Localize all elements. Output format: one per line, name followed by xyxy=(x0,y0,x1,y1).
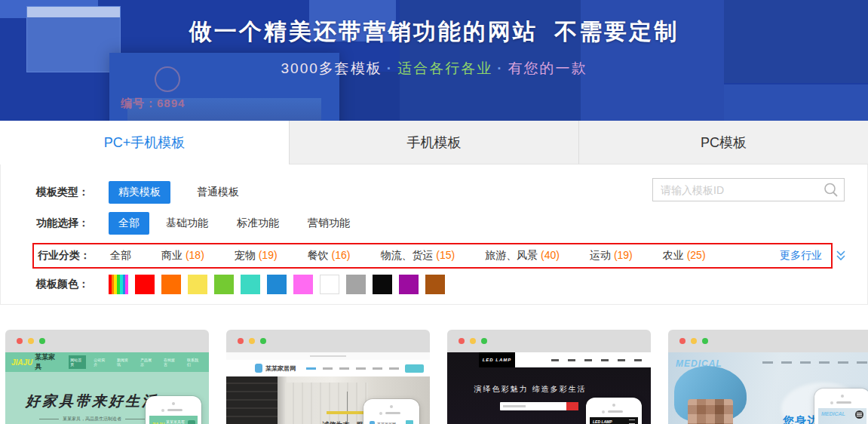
tab-pc-plus-mobile[interactable]: PC+手机模板 xyxy=(0,121,289,164)
template-card-home-furnishing[interactable]: 某某家居网 诚信为本，服务至上 xyxy=(226,330,430,424)
traffic-light-red-icon xyxy=(679,338,686,344)
subtitle-separator: · xyxy=(387,60,393,76)
industry-option-business[interactable]: 商业 (18) xyxy=(161,249,204,263)
template-category-tabs: PC+手机模板 手机模板 PC模板 xyxy=(0,121,868,164)
template-card-led-lighting[interactable]: LED LAMP 演绎色彩魅力 缔造多彩生活 我们的产品 LED LAMP xyxy=(447,330,651,424)
phone-speaker-dot-icon xyxy=(379,412,382,415)
industry-option-travel[interactable]: 旅游、风景 (40) xyxy=(485,249,560,263)
phone-mockup: 某某家居网 xyxy=(363,399,419,424)
function-option-basic[interactable]: 基础功能 xyxy=(166,217,208,230)
mini-site-nav xyxy=(515,352,651,367)
template-card-furniture[interactable]: JIAJU 某某家具 网站首页 公司简介 新闻资讯 产品展示 在线留言 联系我们… xyxy=(5,330,209,424)
browser-chrome xyxy=(447,330,651,352)
template-color-label: 模板颜色： xyxy=(36,278,109,291)
color-swatch-blue[interactable] xyxy=(267,275,287,294)
tab-pc[interactable]: PC模板 xyxy=(578,121,868,164)
color-swatch-yellow[interactable] xyxy=(188,275,207,294)
filter-row-color: 模板颜色： xyxy=(36,275,867,294)
phone-camera-icon xyxy=(172,402,175,405)
mini-site-slogan: 演绎色彩魅力 缔造多彩生活 xyxy=(447,384,613,395)
color-swatch-teal[interactable] xyxy=(241,275,260,294)
search-icon[interactable] xyxy=(823,182,839,201)
template-type-label: 模板类型： xyxy=(36,186,109,199)
phone-screen: 某某家居网 xyxy=(367,419,416,424)
subtitle-separator: · xyxy=(497,60,503,76)
brick-wall-decor xyxy=(226,376,278,424)
industry-option-all[interactable]: 全部 xyxy=(110,249,131,263)
hero-subtitle-part1: 3000多套模板 xyxy=(281,60,382,76)
color-swatch-orange[interactable] xyxy=(161,275,181,294)
industry-option-catering[interactable]: 餐饮 (16) xyxy=(308,249,351,263)
phone-mockup: LED LAMP 演绎色彩魅力 缔造多彩生活 xyxy=(586,398,642,424)
template-screenshot: MEDICAL 您身边 Your heal. MEDICAL 您身边的健康顾问 xyxy=(668,352,868,424)
hero-collage-template-id: 编号：6894 xyxy=(121,97,185,111)
mini-site-header: JIAJU 某某家具 网站首页 公司简介 新闻资讯 产品展示 在线留言 联系我们 xyxy=(5,352,209,372)
phone-screen: JIAJU 某某家具有限公司 好家具带来好生活！ xyxy=(149,416,198,424)
template-id-search xyxy=(652,178,845,201)
browser-chrome xyxy=(5,330,209,352)
traffic-light-green-icon xyxy=(702,338,708,344)
hero-title: 做一个精美还带营销功能的网站 不需要定制 xyxy=(0,17,868,48)
phone-speaker-icon xyxy=(167,409,182,411)
template-screenshot: JIAJU 某某家具 网站首页 公司简介 新闻资讯 产品展示 在线留言 联系我们… xyxy=(5,352,209,424)
mini-site-logo: JIAJU xyxy=(11,358,32,367)
color-swatch-black[interactable] xyxy=(373,275,392,294)
industry-option-logistics[interactable]: 物流、货运 (15) xyxy=(380,249,455,263)
mini-search-button xyxy=(566,402,578,410)
filter-row-function: 功能选择： 全部 基础功能 标准功能 营销功能 xyxy=(36,212,867,235)
phone-speaker-dot-icon xyxy=(830,401,833,404)
color-swatch-pink[interactable] xyxy=(293,275,313,294)
mini-site-logo: LED LAMP xyxy=(479,352,515,367)
traffic-light-green-icon xyxy=(481,338,487,344)
color-swatch-red[interactable] xyxy=(135,275,155,294)
filter-row-industry: 行业分类： 全部 商业 (18) 宠物 (19) 餐饮 (16) 物流、货运 (… xyxy=(32,243,867,269)
mini-search-box xyxy=(405,364,424,373)
mini-site-slogan-cn: 您身边 xyxy=(783,414,819,424)
mini-site-brand: 某某家居网 xyxy=(265,364,296,373)
traffic-light-yellow-icon xyxy=(249,338,255,344)
industry-option-sports[interactable]: 运动 (19) xyxy=(590,249,633,263)
traffic-light-yellow-icon xyxy=(28,338,34,344)
hero-subtitle-part2: 适合各行各业 xyxy=(397,60,492,76)
phone-camera-icon xyxy=(612,404,615,407)
traffic-light-yellow-icon xyxy=(470,338,476,344)
mini-site-header: LED LAMP xyxy=(447,352,651,372)
chevron-double-down-icon[interactable] xyxy=(836,250,846,265)
color-swatch-purple[interactable] xyxy=(399,275,419,294)
traffic-light-red-icon xyxy=(17,338,23,344)
template-card-medical[interactable]: MEDICAL 您身边 Your heal. MEDICAL 您身边的健康顾问 xyxy=(668,330,868,424)
function-label: 功能选择： xyxy=(36,217,109,230)
industry-option-agriculture[interactable]: 农业 (25) xyxy=(663,249,706,263)
hero-subtitle: 3000多套模板·适合各行各业·有您的一款 xyxy=(0,59,868,78)
browser-chrome xyxy=(668,330,868,352)
traffic-light-green-icon xyxy=(39,338,45,344)
phone-camera-icon xyxy=(841,395,844,398)
hamburger-menu-icon xyxy=(188,420,195,424)
traffic-light-green-icon xyxy=(260,338,266,344)
more-industries-link[interactable]: 更多行业 xyxy=(780,249,822,263)
search-input[interactable] xyxy=(652,178,845,201)
phone-speaker-dot-icon xyxy=(161,409,164,412)
function-option-standard[interactable]: 标准功能 xyxy=(237,217,279,230)
mini-search-bar xyxy=(500,402,578,410)
phone-speaker-icon xyxy=(385,412,400,414)
type-option-premium[interactable]: 精美模板 xyxy=(109,181,170,204)
type-option-normal[interactable]: 普通模板 xyxy=(187,181,249,204)
traffic-light-red-icon xyxy=(459,338,465,344)
color-swatch-white[interactable] xyxy=(320,275,339,294)
phone-mockup: MEDICAL 您身边的健康顾问 xyxy=(814,389,868,424)
tab-mobile[interactable]: 手机模板 xyxy=(289,121,578,164)
phone-speaker-icon xyxy=(608,410,623,413)
hero-banner: 编号：6894 做一个精美还带营销功能的网站 不需要定制 3000多套模板·适合… xyxy=(0,0,868,121)
mini-site-brand: 某某家具 xyxy=(35,352,61,372)
color-swatch-green[interactable] xyxy=(214,275,234,294)
function-option-marketing[interactable]: 营销功能 xyxy=(308,217,350,230)
color-swatch-multicolor[interactable] xyxy=(109,275,128,294)
function-option-all[interactable]: 全部 xyxy=(109,212,149,235)
color-swatch-brown[interactable] xyxy=(425,275,445,294)
industry-option-pets[interactable]: 宠物 (19) xyxy=(235,249,278,263)
color-swatch-gray[interactable] xyxy=(346,275,366,294)
traffic-light-yellow-icon xyxy=(691,338,697,344)
phone-speaker-icon xyxy=(836,401,851,404)
mini-site-nav xyxy=(762,361,867,364)
